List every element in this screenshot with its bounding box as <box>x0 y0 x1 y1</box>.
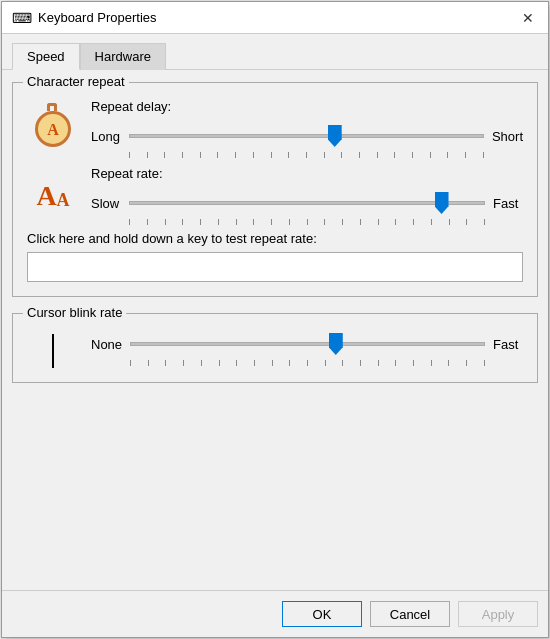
repeat-delay-left-label: Long <box>91 129 121 144</box>
cursor-blink-track <box>130 342 485 346</box>
title-bar: ⌨ Keyboard Properties ✕ <box>2 2 548 34</box>
double-a-icon-container: A A <box>27 170 79 210</box>
close-button[interactable]: ✕ <box>516 6 540 30</box>
cursor-blink-controls: None <box>91 330 523 358</box>
cursor-blink-row: None <box>27 330 523 368</box>
stopwatch-icon: A <box>33 103 73 147</box>
repeat-rate-slider-row: Slow <box>91 189 523 217</box>
cursor-blink-right-label: Fast <box>493 337 523 352</box>
repeat-section: A Repeat delay: Long <box>27 99 523 217</box>
stopwatch-body: A <box>35 111 71 147</box>
repeat-delay-track <box>129 134 484 138</box>
repeat-rate-left-label: Slow <box>91 196 121 211</box>
repeat-rate-slider[interactable] <box>129 189 485 217</box>
big-a-letter: A <box>36 182 56 210</box>
repeat-rate-right-label: Fast <box>493 196 523 211</box>
repeat-rate-label: Repeat rate: <box>91 166 523 181</box>
character-repeat-label: Character repeat <box>23 74 129 89</box>
repeat-rate-ticks <box>129 219 485 225</box>
stopwatch-a-letter: A <box>47 121 59 139</box>
repeat-delay-thumb[interactable] <box>328 125 342 147</box>
repeat-rate-thumb[interactable] <box>435 192 449 214</box>
repeat-delay-label: Repeat delay: <box>91 99 523 114</box>
repeat-delay-slider[interactable] <box>129 122 484 150</box>
tab-hardware[interactable]: Hardware <box>80 43 166 70</box>
title-bar-left: ⌨ Keyboard Properties <box>12 10 157 26</box>
repeat-rate-controls: Repeat rate: Slow <box>91 166 523 217</box>
repeat-delay-slider-row: Long <box>91 122 523 150</box>
small-a-letter: A <box>57 191 70 209</box>
cursor-blink-slider[interactable] <box>130 330 485 358</box>
tabs-area: Speed Hardware <box>2 34 548 69</box>
repeat-delay-controls: Repeat delay: Long <box>91 99 523 150</box>
repeat-delay-row: A Repeat delay: Long <box>27 99 523 150</box>
cursor-blink-thumb[interactable] <box>329 333 343 355</box>
double-a-icon: A A <box>36 170 69 210</box>
repeat-rate-track <box>129 201 485 205</box>
apply-button[interactable]: Apply <box>458 601 538 627</box>
cursor-blink-ticks <box>130 360 485 366</box>
repeat-rate-row: A A Repeat rate: Slow <box>27 166 523 217</box>
window-title: Keyboard Properties <box>38 10 157 25</box>
stopwatch-icon-container: A <box>27 103 79 147</box>
keyboard-icon: ⌨ <box>12 10 32 26</box>
cursor-blink-label: Cursor blink rate <box>23 305 126 320</box>
tab-speed[interactable]: Speed <box>12 43 80 70</box>
test-input[interactable] <box>27 252 523 282</box>
keyboard-properties-window: ⌨ Keyboard Properties ✕ Speed Hardware C… <box>1 1 549 638</box>
cursor-blink-cursor <box>52 334 54 368</box>
content-area: Character repeat A Repeat delay: <box>2 69 548 590</box>
repeat-delay-right-label: Short <box>492 129 523 144</box>
repeat-delay-ticks <box>129 152 484 158</box>
character-repeat-group: Character repeat A Repeat delay: <box>12 82 538 297</box>
cursor-blink-left-label: None <box>91 337 122 352</box>
ok-button[interactable]: OK <box>282 601 362 627</box>
cancel-button[interactable]: Cancel <box>370 601 450 627</box>
test-area-label: Click here and hold down a key to test r… <box>27 231 523 246</box>
cursor-blink-icon-container <box>27 334 79 368</box>
footer: OK Cancel Apply <box>2 590 548 637</box>
stopwatch-top <box>47 103 57 111</box>
cursor-blink-group: Cursor blink rate None <box>12 313 538 383</box>
cursor-blink-slider-row: None <box>91 330 523 358</box>
